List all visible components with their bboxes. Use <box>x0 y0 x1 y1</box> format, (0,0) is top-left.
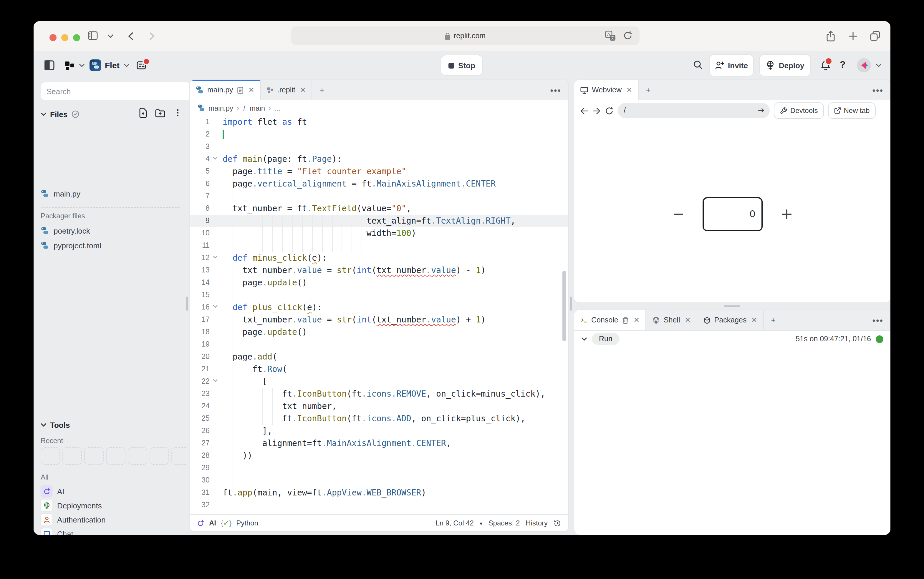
new-webview-tab-button[interactable]: ＋ <box>638 80 658 100</box>
close-icon[interactable]: ✕ <box>248 86 254 94</box>
tab-console[interactable]: Console ✕ <box>574 310 646 330</box>
file-item[interactable]: main.py <box>41 186 184 201</box>
go-arrow-icon[interactable] <box>757 106 765 114</box>
code-line[interactable]: 8 txt_number = ft.TextField(value="0", <box>190 203 568 215</box>
chevron-down-icon[interactable] <box>581 337 587 341</box>
code-line[interactable]: 26 ], <box>190 425 568 437</box>
ai-icon[interactable] <box>197 519 204 527</box>
code-line[interactable]: 18 page.update() <box>190 326 568 339</box>
close-icon[interactable]: ✕ <box>634 316 640 324</box>
webview-back-icon[interactable] <box>580 107 588 114</box>
code-line[interactable]: 16 def plus_click(e): <box>190 301 568 314</box>
vertical-resize-handle[interactable] <box>570 296 572 311</box>
code-line[interactable]: 30 <box>190 474 568 487</box>
breadcrumb[interactable]: main.py › ƒ main › ... <box>190 100 568 116</box>
help-icon[interactable]: ? <box>840 59 846 70</box>
code-line[interactable]: 3 <box>190 141 568 153</box>
code-line[interactable]: 22 [ <box>190 375 568 388</box>
new-tab-plus-icon[interactable] <box>849 32 857 41</box>
files-section-header[interactable]: Files <box>41 108 80 120</box>
code-line[interactable]: 23 ft.IconButton(ft.icons.REMOVE, on_cli… <box>190 388 568 400</box>
replit-logo[interactable] <box>64 60 75 71</box>
indentation[interactable]: Spaces: 2 <box>489 519 520 527</box>
code-line[interactable]: 31ft.app(main, view=ft.AppView.WEB_BROWS… <box>190 487 568 499</box>
changelog-icon[interactable] <box>136 59 148 71</box>
fold-chevron-icon[interactable] <box>213 157 218 160</box>
tab-main.py[interactable]: main.py ✕ <box>190 80 261 100</box>
chevron-down-icon[interactable] <box>79 64 85 68</box>
chevron-down-icon[interactable] <box>124 64 130 68</box>
close-window-button[interactable] <box>49 34 57 41</box>
fold-chevron-icon[interactable] <box>213 379 218 383</box>
new-editor-tab-button[interactable]: ＋ <box>312 80 332 100</box>
webview-forward-icon[interactable] <box>592 107 601 114</box>
file-item[interactable]: poetry.lock <box>41 223 184 238</box>
status-ai-label[interactable]: AI <box>209 519 216 527</box>
code-line[interactable]: 9 text_align=ft.TextAlign.RIGHT, <box>190 215 568 227</box>
tab-.replit[interactable]: .replit ✕ <box>261 80 312 100</box>
invite-button[interactable]: Invite <box>710 55 753 76</box>
minimize-window-button[interactable] <box>61 34 68 41</box>
address-bar[interactable]: replit.com A文 <box>291 26 640 45</box>
code-line[interactable]: 10 width=100) <box>190 227 568 239</box>
tool-item-ai[interactable]: AI <box>41 484 184 499</box>
history-label[interactable]: History <box>525 519 548 527</box>
file-item[interactable]: pyproject.toml <box>41 238 184 253</box>
new-console-tab-button[interactable]: ＋ <box>764 310 783 330</box>
chevron-down-icon[interactable] <box>876 64 881 68</box>
code-line[interactable]: 25 ft.IconButton(ft.icons.ADD, on_click=… <box>190 412 568 425</box>
devtools-button[interactable]: Devtools <box>774 102 824 119</box>
tool-item-authentication[interactable]: Authentication <box>41 512 184 528</box>
status-language[interactable]: Python <box>236 519 258 527</box>
new-file-icon[interactable] <box>138 108 148 118</box>
forward-button[interactable] <box>149 32 155 41</box>
code-line[interactable]: 21 ft.Row( <box>190 363 568 375</box>
code-line[interactable]: 6 page.vertical_alignment = ft.MainAxisA… <box>190 178 568 190</box>
minus-button[interactable] <box>672 208 684 221</box>
close-icon[interactable]: ✕ <box>751 316 757 324</box>
tab-webview[interactable]: Webview ✕ <box>574 80 638 100</box>
code-line[interactable]: 17 txt_number.value = str(int(txt_number… <box>190 314 568 326</box>
horizontal-resize-handle[interactable] <box>724 305 740 307</box>
code-line[interactable]: 19 <box>190 339 568 351</box>
webview-address-bar[interactable]: / <box>618 103 770 118</box>
tool-item-chat[interactable]: Chat <box>41 526 184 535</box>
code-line[interactable]: 12 def minus_click(e): <box>190 252 568 264</box>
project-name[interactable]: Flet <box>105 61 120 70</box>
avatar[interactable] <box>857 58 871 72</box>
reload-icon[interactable] <box>623 31 632 41</box>
translate-icon[interactable]: A文 <box>605 31 616 41</box>
tool-item-deployments[interactable]: Deployments <box>41 498 184 513</box>
code-editor[interactable]: 1import flet as ft 2 3 4def main(page: f… <box>190 116 568 515</box>
search-input[interactable] <box>41 82 191 100</box>
webview-reload-icon[interactable] <box>605 106 614 115</box>
breadcrumb-file[interactable]: main.py <box>208 104 233 112</box>
code-line[interactable]: 24 txt_number, <box>190 400 568 412</box>
plus-button[interactable] <box>780 208 793 221</box>
tools-section-header[interactable]: Tools <box>41 419 70 431</box>
fold-chevron-icon[interactable] <box>213 305 218 308</box>
code-line[interactable]: 2 <box>190 128 568 141</box>
close-icon[interactable]: ✕ <box>626 86 632 94</box>
tab-overview-icon[interactable] <box>870 31 880 41</box>
code-line[interactable]: 14 page.update() <box>190 276 568 289</box>
tab-shell[interactable]: Shell ✕ <box>646 310 697 330</box>
cursor-position[interactable]: Ln 9, Col 42 <box>435 519 473 527</box>
code-line[interactable]: 13 txt_number.value = str(int(txt_number… <box>190 264 568 276</box>
share-icon[interactable] <box>826 31 835 42</box>
trash-icon[interactable] <box>622 316 629 324</box>
code-line[interactable]: 20 page.add( <box>190 351 568 363</box>
chevron-down-icon[interactable] <box>107 34 114 38</box>
code-line[interactable]: 1import flet as ft <box>190 116 568 128</box>
webview-menu-icon[interactable]: ••• <box>872 85 890 95</box>
fold-chevron-icon[interactable] <box>213 255 218 259</box>
console-menu-icon[interactable]: ••• <box>872 315 890 325</box>
close-icon[interactable]: ✕ <box>300 86 306 94</box>
code-line[interactable]: 11 <box>190 239 568 252</box>
safari-sidebar-icon[interactable] <box>88 31 98 40</box>
breadcrumb-more[interactable]: ... <box>274 104 280 112</box>
code-line[interactable]: 4def main(page: ft.Page): <box>190 153 568 165</box>
code-line[interactable]: 32 <box>190 499 568 511</box>
vertical-resize-handle[interactable] <box>186 296 188 311</box>
zoom-window-button[interactable] <box>73 34 80 41</box>
